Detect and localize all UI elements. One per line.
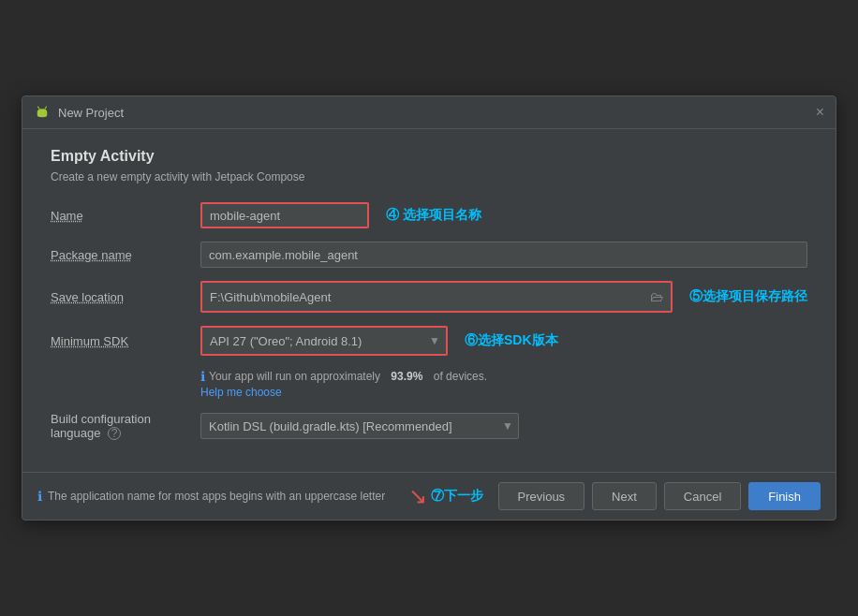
new-project-dialog: New Project × Empty Activity Create a ne… <box>22 95 836 521</box>
name-input[interactable] <box>200 202 369 228</box>
help-me-choose-link[interactable]: Help me choose <box>200 386 807 399</box>
android-icon <box>34 104 51 121</box>
save-location-input[interactable] <box>202 284 637 310</box>
build-config-wrap: Kotlin DSL (build.gradle.kts) [Recommend… <box>200 413 807 439</box>
coverage-text2: of devices. <box>434 370 487 383</box>
package-row: Package name <box>51 242 807 268</box>
dialog-title: New Project <box>58 106 124 120</box>
button-row: Previous Next Cancel Finish <box>498 482 821 510</box>
browse-folder-button[interactable]: 🗁 <box>644 284 670 310</box>
bottom-info-text: The application name for most apps begin… <box>48 490 385 503</box>
dialog-content: Empty Activity Create a new empty activi… <box>22 129 836 472</box>
next-button[interactable]: Next <box>592 482 657 510</box>
coverage-info: ℹ Your app will run on approximately 93.… <box>200 369 807 384</box>
save-location-label: Save location <box>51 290 200 304</box>
title-bar-left: New Project <box>34 104 124 121</box>
save-annotation: ⑤选择项目保存路径 <box>689 288 807 305</box>
bottom-info: ℹ The application name for most apps beg… <box>37 489 408 504</box>
package-input[interactable] <box>200 242 807 268</box>
min-sdk-label: Minimum SDK <box>51 334 200 348</box>
coverage-text: Your app will run on approximately <box>209 370 380 383</box>
name-label: Name <box>51 209 200 223</box>
build-config-label: Build configuration language ? <box>51 412 200 440</box>
next-step-area: ↘ ⑦下一步 <box>408 483 483 509</box>
next-step-annotation: ⑦下一步 <box>431 488 483 505</box>
name-row: Name ④ 选择项目名称 <box>51 202 807 228</box>
svg-line-2 <box>38 107 40 109</box>
build-config-select-wrapper: Kotlin DSL (build.gradle.kts) [Recommend… <box>200 413 519 439</box>
bottom-info-icon: ℹ <box>37 489 42 504</box>
close-button[interactable]: × <box>816 105 824 120</box>
min-sdk-row: Minimum SDK API 27 ("Oreo"; Android 8.1)… <box>51 326 807 356</box>
cancel-button[interactable]: Cancel <box>664 482 741 510</box>
name-field-wrap: ④ 选择项目名称 <box>200 202 807 228</box>
section-title: Empty Activity <box>51 148 807 165</box>
save-location-inner: 🗁 <box>200 281 673 313</box>
red-arrow-icon: ↘ <box>408 483 427 509</box>
help-row: ℹ Your app will run on approximately 93.… <box>200 369 807 399</box>
name-annotation: ④ 选择项目名称 <box>386 207 481 224</box>
coverage-percent: 93.9% <box>391 370 422 383</box>
svg-line-3 <box>45 107 47 109</box>
info-icon: ℹ <box>200 369 205 384</box>
package-label: Package name <box>51 248 200 262</box>
build-config-select[interactable]: Kotlin DSL (build.gradle.kts) [Recommend… <box>200 413 519 439</box>
previous-button[interactable]: Previous <box>498 482 585 510</box>
sdk-field-wrap: API 27 ("Oreo"; Android 8.1) ▼ ⑥选择SDK版本 <box>200 326 807 356</box>
save-location-row: Save location 🗁 ⑤选择项目保存路径 <box>51 281 807 313</box>
bottom-bar: ℹ The application name for most apps beg… <box>22 472 836 520</box>
section-subtitle: Create a new empty activity with Jetpack… <box>51 170 807 183</box>
build-config-row: Build configuration language ? Kotlin DS… <box>51 412 807 440</box>
sdk-annotation: ⑥选择SDK版本 <box>465 332 558 349</box>
save-location-wrap: 🗁 ⑤选择项目保存路径 <box>200 281 807 313</box>
help-icon[interactable]: ? <box>108 427 121 440</box>
min-sdk-select[interactable]: API 27 ("Oreo"; Android 8.1) <box>202 328 446 354</box>
sdk-select-wrapper: API 27 ("Oreo"; Android 8.1) ▼ <box>200 326 448 356</box>
finish-button[interactable]: Finish <box>748 482 821 510</box>
title-bar: New Project × <box>22 96 836 129</box>
package-field-wrap <box>200 242 807 268</box>
